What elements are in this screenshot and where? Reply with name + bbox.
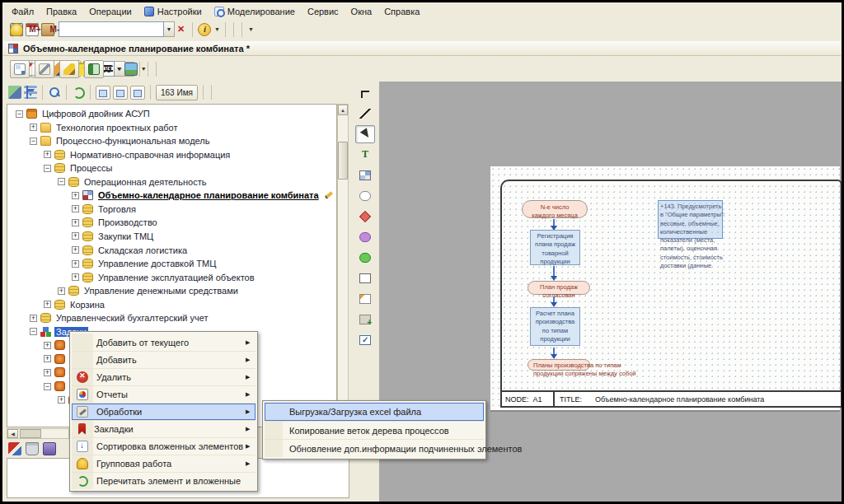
rounded-rect-tool[interactable] bbox=[355, 187, 375, 205]
tree-item[interactable]: + bbox=[44, 352, 72, 366]
info-dropdown-icon[interactable]: ▼ bbox=[214, 26, 220, 32]
search-clear-icon[interactable]: ✕ bbox=[175, 21, 187, 37]
tree-item[interactable]: + Управление эксплуатацией объектов bbox=[72, 271, 256, 284]
tree-item[interactable]: + Объемно-календарное планирование комби… bbox=[72, 189, 333, 202]
event-shape[interactable]: План продажсогласован bbox=[528, 281, 590, 295]
flow-arrow[interactable] bbox=[553, 348, 555, 355]
print-saved-icon[interactable] bbox=[43, 442, 56, 455]
tree-item[interactable]: + Корзина bbox=[44, 298, 106, 311]
context-menu-item[interactable]: Удалить ▶ bbox=[72, 368, 256, 385]
structure-icon[interactable] bbox=[24, 86, 37, 99]
tree-vertical-scrollbar[interactable]: ▲ ▼ bbox=[337, 104, 349, 427]
expand-toggle-icon[interactable]: + bbox=[58, 287, 65, 295]
submenu-item[interactable]: Копирование веток дерева процессов ▶ bbox=[265, 421, 484, 439]
expand-toggle-icon[interactable]: + bbox=[30, 315, 37, 322]
context-menu-item[interactable]: Групповая работа ▶ bbox=[72, 455, 256, 472]
dropdown-icon[interactable]: ▼ bbox=[116, 66, 122, 72]
tree-item[interactable]: + Управленческий бухгалтерский учет bbox=[30, 311, 210, 324]
elbow-connector-tool[interactable] bbox=[355, 84, 375, 102]
tree-item[interactable]: − Цифровой двойник АСУП bbox=[16, 107, 152, 120]
menu-настройки[interactable]: Настройки bbox=[144, 7, 202, 16]
collapse-node-button[interactable] bbox=[96, 86, 110, 100]
submenu-item[interactable]: Выгрузка/Загрузка excel файла ▶ bbox=[265, 403, 484, 421]
expand-toggle-icon[interactable]: + bbox=[72, 246, 79, 254]
flow-arrow[interactable] bbox=[553, 296, 555, 303]
expand-toggle-icon[interactable]: + bbox=[72, 260, 79, 268]
event-shape[interactable]: Планы производства по типампродукции соп… bbox=[528, 359, 590, 371]
expand-toggle-icon[interactable]: − bbox=[16, 110, 23, 118]
expand-toggle-icon[interactable]: − bbox=[58, 178, 65, 185]
name-mode-button[interactable]: 163 Имя bbox=[156, 85, 198, 100]
lamp-dropdown-icon[interactable]: ▼ bbox=[248, 26, 254, 32]
expand-toggle-icon[interactable]: − bbox=[30, 138, 37, 145]
tree-item[interactable]: + Производство bbox=[72, 216, 159, 229]
highlighter-icon[interactable] bbox=[59, 60, 79, 78]
tree-item[interactable]: − Процессы bbox=[44, 161, 114, 175]
menu-справка[interactable]: Справка bbox=[384, 7, 420, 16]
search-input[interactable] bbox=[59, 21, 164, 37]
context-menu-item[interactable]: Добавить от текущего ▶ bbox=[72, 334, 256, 351]
calculator-memory-button[interactable]: M- bbox=[47, 25, 63, 34]
lamp-icon[interactable] bbox=[10, 23, 23, 36]
info-icon[interactable] bbox=[198, 23, 211, 36]
expand-node-button[interactable] bbox=[113, 86, 128, 100]
scroll-left-icon[interactable]: ◀ bbox=[7, 429, 18, 438]
expand-toggle-icon[interactable]: + bbox=[72, 205, 79, 212]
calculator-memory-button[interactable]: M+ bbox=[26, 25, 44, 34]
expand-toggle-icon[interactable]: − bbox=[44, 165, 51, 172]
pill-purple-tool[interactable] bbox=[355, 228, 375, 246]
submenu-item[interactable]: Обновление доп.информации подчиненных эл… bbox=[265, 439, 484, 457]
scroll-up-icon[interactable]: ▲ bbox=[338, 105, 348, 115]
menu-файл[interactable]: Файл bbox=[12, 7, 34, 16]
expand-toggle-icon[interactable]: + bbox=[44, 355, 51, 362]
grid-tool[interactable] bbox=[355, 166, 375, 184]
tree-horizontal-scrollbar[interactable]: ◀ bbox=[7, 428, 69, 439]
expand-toggle-icon[interactable]: + bbox=[72, 219, 79, 226]
refresh-tree-icon[interactable] bbox=[72, 86, 85, 99]
select-tool[interactable] bbox=[355, 125, 375, 143]
dropdown-icon[interactable]: ▼ bbox=[141, 66, 147, 72]
tree-item[interactable]: − bbox=[44, 380, 72, 393]
search-dropdown-icon[interactable]: ▼ bbox=[164, 21, 175, 37]
process-shape[interactable]: Регистрацияплана продажтоварнойпродукции bbox=[530, 230, 580, 265]
tree-item[interactable]: + Технология проектных работ bbox=[30, 121, 180, 134]
context-menu-item[interactable]: Обработки ▶ bbox=[72, 403, 256, 420]
flow-arrow[interactable] bbox=[553, 266, 555, 277]
wrench-icon[interactable] bbox=[35, 60, 54, 78]
document-tool[interactable] bbox=[355, 290, 375, 308]
pill-green-tool[interactable] bbox=[355, 249, 375, 267]
event-shape[interactable]: N-е числокаждого месяца bbox=[522, 200, 588, 218]
menu-сервис[interactable]: Сервис bbox=[307, 7, 339, 16]
context-menu-item[interactable]: Перечитать элемент и вложенные ▶ bbox=[72, 472, 256, 489]
interval-icon[interactable] bbox=[8, 442, 21, 455]
rect-tool[interactable] bbox=[355, 269, 375, 287]
expand-toggle-icon[interactable]: + bbox=[72, 192, 79, 199]
tree-item[interactable]: + Управление денежными средствами bbox=[58, 284, 240, 297]
context-menu-item[interactable]: Добавить ▶ bbox=[72, 351, 256, 368]
import-icon[interactable] bbox=[8, 86, 21, 99]
expand-toggle-icon[interactable]: + bbox=[72, 273, 79, 281]
picture-icon[interactable] bbox=[124, 63, 138, 76]
menu-окна[interactable]: Окна bbox=[351, 7, 373, 16]
tree-item[interactable]: + Закупки ТМЦ bbox=[72, 230, 155, 243]
tree-item[interactable]: + Управление доставкой ТМЦ bbox=[72, 257, 218, 270]
line-tool[interactable] bbox=[355, 105, 375, 123]
exit-icon[interactable] bbox=[84, 60, 104, 78]
expand-toggle-icon[interactable]: + bbox=[44, 342, 51, 349]
expand-toggle-icon[interactable]: + bbox=[44, 151, 51, 158]
find-item-icon[interactable] bbox=[48, 86, 61, 99]
expand-toggle-icon[interactable]: + bbox=[72, 232, 79, 240]
hierarchy-icon[interactable] bbox=[10, 60, 30, 78]
expand-toggle-icon[interactable]: − bbox=[30, 328, 37, 335]
context-menu-item[interactable]: Отчеты ▶ bbox=[72, 385, 256, 403]
tree-item[interactable]: + Нормативно-справочная информация bbox=[44, 148, 232, 161]
tree-item[interactable]: − Операционная деятельность bbox=[58, 175, 208, 189]
tree-item[interactable]: + Торговля bbox=[72, 203, 138, 216]
context-menu-item[interactable]: Сортировка вложенных элементов ▶ bbox=[72, 437, 256, 455]
scroll-thumb[interactable] bbox=[338, 142, 348, 180]
expand-toggle-icon[interactable]: + bbox=[58, 396, 65, 404]
menu-правка[interactable]: Правка bbox=[46, 7, 77, 16]
note-text[interactable]: +143. Предусмотретьв "Общие параметры":в… bbox=[660, 203, 753, 270]
check-tool[interactable] bbox=[355, 331, 375, 349]
expand-toggle-icon[interactable]: + bbox=[44, 301, 51, 308]
